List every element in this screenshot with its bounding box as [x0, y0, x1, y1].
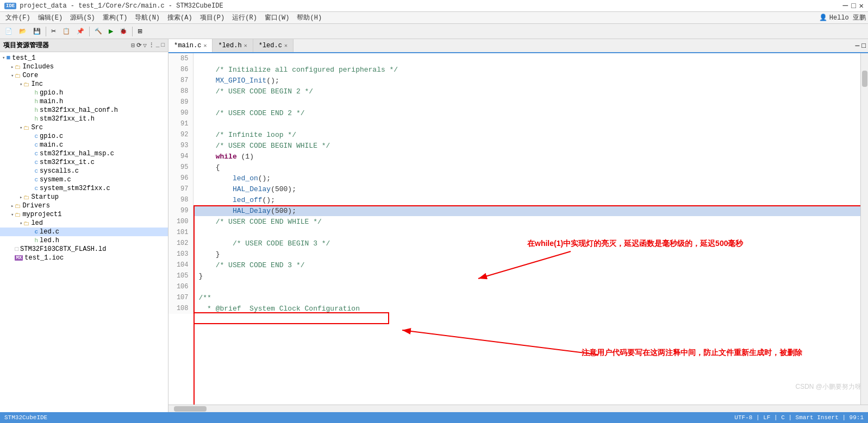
- editor-maximize-icon[interactable]: □: [861, 42, 866, 50]
- cut-button[interactable]: ✂: [48, 26, 59, 36]
- vertical-scrollbar[interactable]: [860, 53, 868, 405]
- sidebar-item-main-h[interactable]: ▸ h main.h: [0, 97, 168, 106]
- table-row: 91: [168, 118, 868, 129]
- code-line-content[interactable]: [193, 227, 868, 238]
- open-button[interactable]: 📂: [16, 26, 29, 36]
- sidebar-item-gpio-h[interactable]: ▸ h gpio.h: [0, 89, 168, 97]
- line-number: 97: [168, 184, 193, 194]
- perspective-button[interactable]: ⊞: [135, 26, 145, 36]
- filter-icon[interactable]: ▽: [143, 42, 147, 49]
- tab-led-c[interactable]: *led.c ✕: [253, 39, 294, 52]
- sidebar-item-inc[interactable]: ▾ 🗀 Inc: [0, 80, 168, 89]
- menu-navigate[interactable]: 导航(N): [132, 12, 163, 23]
- sidebar-item-gpio-c[interactable]: ▸ c gpio.c: [0, 132, 168, 141]
- sidebar-item-main-c[interactable]: ▸ c main.c: [0, 141, 168, 149]
- debug-button[interactable]: 🐞: [117, 26, 130, 36]
- code-line-content[interactable]: led_on();: [193, 173, 868, 184]
- svg-line-3: [402, 330, 598, 355]
- collapse-all-icon[interactable]: ⊟: [132, 42, 135, 49]
- code-line-content[interactable]: /* USER CODE BEGIN WHILE */: [193, 140, 868, 151]
- editor-minimize-icon[interactable]: ─: [855, 42, 859, 50]
- code-line-content[interactable]: /**: [193, 292, 868, 303]
- code-line-content[interactable]: /* USER CODE BEGIN 3 */: [193, 238, 868, 249]
- sync-icon[interactable]: ⟳: [136, 42, 141, 49]
- menu-refactor[interactable]: 重构(T): [99, 12, 131, 23]
- table-row: 107/**: [168, 292, 868, 303]
- code-line-content[interactable]: while (1): [193, 151, 868, 162]
- menu-run[interactable]: 运行(R): [229, 12, 260, 23]
- sidebar-item-myproject1[interactable]: ▾ 🗀 myproject1: [0, 210, 168, 219]
- sidebar-item-led-c[interactable]: ▸ c led.c: [0, 228, 168, 236]
- new-button[interactable]: 📄: [2, 26, 15, 36]
- paste-button[interactable]: 📌: [74, 26, 87, 36]
- code-line-content[interactable]: led_off();: [193, 194, 868, 205]
- tab-led-h-label: *led.h: [218, 42, 241, 49]
- tab-led-c-close[interactable]: ✕: [284, 42, 288, 49]
- code-editor[interactable]: 8586 /* Initialize all configured periph…: [168, 53, 868, 405]
- code-line-content[interactable]: HAL_Delay(500);: [193, 205, 868, 216]
- file-c-icon-gpio: c: [34, 133, 38, 140]
- minimize-button[interactable]: ─: [843, 1, 848, 11]
- save-button[interactable]: 💾: [30, 26, 43, 36]
- code-line-content[interactable]: /* Infinite loop */: [193, 129, 868, 140]
- build-button[interactable]: 🔨: [92, 26, 105, 36]
- code-line-content[interactable]: {: [193, 162, 868, 173]
- sidebar-item-ioc[interactable]: ▸ MX test_1.ioc: [0, 254, 168, 262]
- sidebar-item-core[interactable]: ▾ 🗀 Core: [0, 71, 168, 80]
- horizontal-scroll-thumb[interactable]: [174, 406, 207, 412]
- tab-main-c[interactable]: *main.c ✕: [168, 39, 213, 52]
- sidebar-item-syscalls-c[interactable]: ▸ c syscalls.c: [0, 167, 168, 175]
- maximize-sidebar-icon[interactable]: □: [161, 42, 165, 49]
- menu-file[interactable]: 文件(F): [2, 12, 34, 23]
- sidebar-item-ld[interactable]: ▸ □ STM32F103C8TX_FLASH.ld: [0, 245, 168, 254]
- menu-project[interactable]: 项目(P): [197, 12, 228, 23]
- code-line-content[interactable]: MX_GPIO_Init();: [193, 75, 868, 86]
- code-line-content[interactable]: [193, 118, 868, 129]
- sidebar-item-led-folder[interactable]: ▾ 🗀 led: [0, 219, 168, 228]
- sidebar-item-startup[interactable]: ▸ 🗀 Startup: [0, 193, 168, 201]
- menu-help[interactable]: 帮助(H): [294, 12, 325, 23]
- code-line-content[interactable]: [193, 281, 868, 292]
- menu-icon[interactable]: ⋮: [148, 42, 154, 49]
- file-h-icon-it: h: [34, 116, 38, 122]
- restore-button[interactable]: □: [851, 2, 855, 10]
- menu-window[interactable]: 窗口(W): [261, 12, 293, 23]
- tab-led-h-close[interactable]: ✕: [244, 42, 247, 49]
- sidebar-item-sysmem-c[interactable]: ▸ c sysmem.c: [0, 175, 168, 184]
- code-line-content[interactable]: /* USER CODE END 2 */: [193, 108, 868, 118]
- minimize-sidebar-icon[interactable]: _: [156, 42, 160, 49]
- sidebar-item-led-h[interactable]: ▸ h led.h: [0, 236, 168, 245]
- menu-edit[interactable]: 编辑(E): [35, 12, 66, 23]
- code-line-content[interactable]: HAL_Delay(500);: [193, 184, 868, 194]
- code-line-content[interactable]: [193, 97, 868, 108]
- scroll-thumb[interactable]: [862, 71, 867, 87]
- horizontal-scrollbar[interactable]: [168, 405, 868, 412]
- code-line-content[interactable]: /* USER CODE END 3 */: [193, 260, 868, 270]
- file-c-icon-it: c: [34, 159, 38, 166]
- code-line-content[interactable]: }: [193, 270, 868, 281]
- code-line-content[interactable]: /* USER CODE END WHILE */: [193, 216, 868, 227]
- copy-button[interactable]: 📋: [60, 26, 73, 36]
- sidebar-item-includes[interactable]: ▸ 🗀 Includes: [0, 62, 168, 71]
- sidebar-item-src[interactable]: ▾ 🗀 Src: [0, 123, 168, 132]
- menu-source[interactable]: 源码(S): [67, 12, 98, 23]
- tab-led-h[interactable]: *led.h ✕: [213, 39, 253, 52]
- close-button[interactable]: ✕: [859, 1, 864, 10]
- sidebar-item-it-h[interactable]: ▸ h stm32f1xx_it.h: [0, 115, 168, 123]
- menu-search[interactable]: 搜索(A): [164, 12, 196, 23]
- sidebar-item-test1[interactable]: ▾ ■ test_1: [0, 53, 168, 62]
- code-line-content[interactable]: [193, 53, 868, 64]
- sidebar-item-hal-conf-h[interactable]: ▸ h stm32f1xx_hal_conf.h: [0, 106, 168, 115]
- sidebar-item-system-c[interactable]: ▸ c system_stm32f1xx.c: [0, 184, 168, 193]
- code-line-content[interactable]: /* USER CODE BEGIN 2 */: [193, 86, 868, 97]
- code-line-content[interactable]: * @brief System Clock Configuration: [193, 303, 868, 314]
- code-line-content[interactable]: /* Initialize all configured peripherals…: [193, 64, 868, 75]
- file-c-icon-led: c: [34, 229, 38, 235]
- sidebar-item-it-c[interactable]: ▸ c stm32f1xx_it.c: [0, 158, 168, 167]
- sidebar-label-led-h: led.h: [40, 237, 59, 244]
- sidebar-item-drivers[interactable]: ▸ 🗀 Drivers: [0, 201, 168, 210]
- sidebar-item-hal-msp-c[interactable]: ▸ c stm32f1xx_hal_msp.c: [0, 149, 168, 158]
- tab-main-c-close[interactable]: ✕: [203, 42, 207, 49]
- run-button[interactable]: ▶: [106, 26, 116, 36]
- code-line-content[interactable]: }: [193, 249, 868, 260]
